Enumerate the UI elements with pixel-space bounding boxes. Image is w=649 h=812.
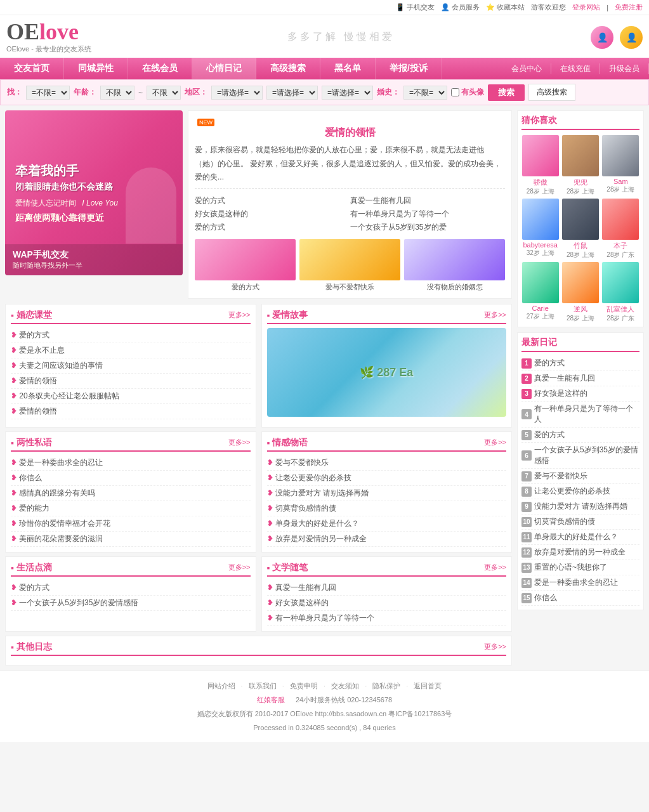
shenghuo-more[interactable]: 更多>> (228, 563, 251, 572)
nav-bar: 交友首页 同城异性 在线会员 心情日记 高级搜索 黑名单 举报/投诉 会员中心 … (0, 58, 649, 79)
user-avatar-3 (522, 199, 559, 240)
wenxue-item-2[interactable]: 有一种单身只是为了等待一个 (267, 611, 507, 626)
qinggan-list: 爱与不爱都快乐 让老公更爱你的必杀技 没能力爱对方 请别选择再婚 切莫背负感情的… (267, 455, 507, 547)
article-link-1[interactable]: 爱的方式 (195, 194, 350, 207)
nav-recharge[interactable]: 在线充值 (551, 63, 600, 74)
hunlian-section: ▪ 婚恋课堂 更多>> 爱的方式 爱是永不止息 夫妻之间应该知道的事情 爱情的领… (5, 304, 256, 428)
gender-select[interactable]: =不限= 男 女 (26, 86, 70, 100)
liangxing-item-3[interactable]: 爱的能力 (11, 501, 251, 516)
diary-link-2[interactable]: 好女孩是这样的 (534, 388, 587, 399)
hunlian-more[interactable]: 更多>> (228, 310, 251, 320)
diary-link-8[interactable]: 没能力爱对方 请别选择再婚 (534, 501, 627, 512)
liangxing-item-5[interactable]: 美丽的花朵需要爱的滋润 (11, 532, 251, 547)
mobile-friend-link[interactable]: 📱 手机交友 (396, 3, 435, 12)
wenxue-item-1[interactable]: 好女孩是这样的 (267, 596, 507, 611)
qinggan-item-0[interactable]: 爱与不爱都快乐 (267, 455, 507, 471)
hunlian-item-4[interactable]: 20条驭夫心经让老公服服帖帖 (11, 389, 251, 404)
user-avatar-header2: 👤 (620, 26, 643, 49)
footer-link-2[interactable]: 免责申明 (290, 682, 318, 690)
nav-blacklist[interactable]: 黑名单 (320, 58, 376, 79)
hunlian-item-0[interactable]: 爱的方式 (11, 328, 251, 343)
footer-link-4[interactable]: 隐私保护 (372, 682, 400, 690)
diary-link-10[interactable]: 单身最大的好处是什么？ (534, 532, 618, 542)
qinggan-item-5[interactable]: 放弃是对爱情的另一种成全 (267, 532, 507, 547)
qinggan-name: 情感物语 (272, 437, 308, 449)
hunlian-item-1[interactable]: 爱是永不止息 (11, 343, 251, 358)
age-max-select[interactable]: 不限 (147, 86, 181, 100)
nav-search[interactable]: 高级搜索 (256, 58, 320, 79)
diary-link-14[interactable]: 你信么 (534, 593, 557, 603)
liangxing-item-4[interactable]: 珍惜你的爱情幸福才会开花 (11, 516, 251, 532)
article-link-3[interactable]: 爱的方式 (195, 221, 350, 234)
thumb-cap-2: 爱与不爱都快乐 (299, 282, 400, 292)
footer-link-1[interactable]: 联系我们 (249, 682, 277, 690)
diary-link-13[interactable]: 爱是一种委曲求全的忍让 (534, 577, 618, 588)
liangxing-more[interactable]: 更多>> (228, 438, 251, 447)
liangxing-item-1[interactable]: 你信么 (11, 471, 251, 486)
diary-link-7[interactable]: 让老公更爱你的必杀技 (534, 486, 610, 497)
wenxue-more[interactable]: 更多>> (484, 563, 506, 572)
hunlian-item-5[interactable]: 爱情的领悟 (11, 404, 251, 419)
city-select[interactable]: =请选择= (266, 86, 318, 100)
diary-link-0[interactable]: 爱的方式 (534, 358, 565, 369)
diary-link-5[interactable]: 一个女孩子从5岁到35岁的爱情感悟 (534, 445, 639, 466)
nav-home[interactable]: 交友首页 (0, 58, 64, 79)
qinggan-item-1[interactable]: 让老公更爱你的必杀技 (267, 471, 507, 486)
diary-num-7: 8 (521, 487, 532, 497)
diary-link-3[interactable]: 有一种单身只是为了等待一个人 (534, 403, 639, 425)
liangxing-item-0[interactable]: 爱是一种委曲求全的忍让 (11, 455, 251, 471)
wenxue-item-0[interactable]: 真爱一生能有几回 (267, 580, 507, 596)
qinggan-item-4[interactable]: 单身最大的好处是什么？ (267, 516, 507, 532)
qinggan-item-3[interactable]: 切莫背负感情的债 (267, 501, 507, 516)
has-photo-checkbox[interactable] (451, 88, 459, 96)
marital-select[interactable]: =不限= (403, 86, 447, 100)
hotline-text: 24小时服务热线 020-12345678 (296, 696, 392, 704)
article-link-6[interactable]: 一个女孩子从5岁到35岁的爱 (350, 221, 506, 234)
region-label: 地区： (185, 87, 207, 98)
thumb-2: 爱与不爱都快乐 (299, 239, 400, 292)
register-link[interactable]: 免费注册 (615, 3, 643, 12)
collect-link[interactable]: ⭐ 收藏本站 (486, 3, 525, 12)
diary-link-1[interactable]: 真爱一生能有几回 (534, 373, 595, 384)
shenghuo-item-0[interactable]: 爱的方式 (11, 580, 251, 596)
diary-link-4[interactable]: 爱的方式 (534, 429, 565, 440)
diary-link-9[interactable]: 切莫背负感情的债 (534, 516, 595, 527)
qita-more[interactable]: 更多>> (484, 642, 506, 652)
hunlian-item-3[interactable]: 爱情的领悟 (11, 374, 251, 389)
hunlian-icon: ▪ (11, 310, 14, 320)
footer-link-5[interactable]: 返回首页 (414, 682, 442, 690)
user-avatar-0 (522, 135, 559, 176)
article-link-5[interactable]: 有一种单身只是为了等待一个 (350, 207, 506, 221)
nav-report[interactable]: 举报/投诉 (376, 58, 442, 79)
article-link-4[interactable]: 真爱一生能有几回 (350, 194, 506, 207)
diary-link-6[interactable]: 爱与不爱都快乐 (534, 471, 587, 481)
nav-diary[interactable]: 心情日记 (192, 58, 256, 79)
member-service-link[interactable]: 👤 会员服务 (441, 3, 480, 12)
shenghuo-item-1[interactable]: 一个女孩子从5岁到35岁的爱情感悟 (11, 596, 251, 611)
footer-link-3[interactable]: 交友须知 (331, 682, 359, 690)
footer-link-0[interactable]: 网站介绍 (207, 682, 235, 690)
diary-link-11[interactable]: 放弃是对爱情的另一种成全 (534, 547, 626, 558)
liangxing-item-2[interactable]: 感情真的跟缘分有关吗 (11, 486, 251, 501)
qita-icon: ▪ (11, 642, 14, 652)
user-card-0: 骄傲 28岁 上海 (521, 135, 559, 196)
hunlian-item-2[interactable]: 夫妻之间应该知道的事情 (11, 358, 251, 374)
article-link-2[interactable]: 好女孩是这样的 (195, 207, 350, 221)
adv-search-button[interactable]: 高级搜索 (528, 84, 575, 101)
user-avatar-7 (562, 262, 599, 303)
age-min-select[interactable]: 不限 (100, 86, 134, 100)
diary-link-12[interactable]: 重置的心语~我想你了 (534, 562, 607, 573)
search-button[interactable]: 搜索 (488, 84, 525, 101)
province-select[interactable]: =请选择= (211, 86, 263, 100)
qinggan-more[interactable]: 更多>> (484, 438, 506, 447)
banner-right: NEW 爱情的领悟 爱，原来很容易，就是轻轻地把你爱的人放在心里；爱，原来很不易… (188, 110, 512, 299)
hotline-sep (287, 696, 294, 704)
nav-upgrade[interactable]: 升级会员 (600, 63, 649, 74)
nav-local[interactable]: 同城异性 (64, 58, 128, 79)
qinggan-item-2[interactable]: 没能力爱对方 请别选择再婚 (267, 486, 507, 501)
district-select[interactable]: =请选择= (322, 86, 373, 100)
login-link[interactable]: 登录网站 (572, 3, 600, 12)
aiqing-more[interactable]: 更多>> (484, 310, 506, 320)
nav-member-center[interactable]: 会员中心 (502, 63, 551, 74)
nav-online[interactable]: 在线会员 (128, 58, 192, 79)
